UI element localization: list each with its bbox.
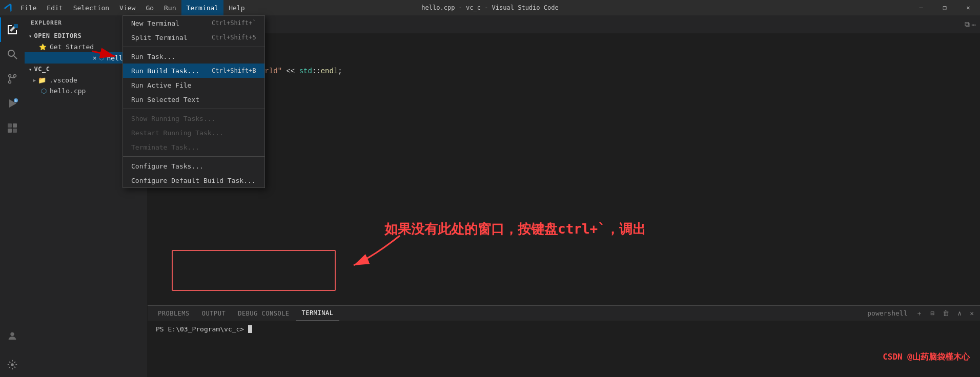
menu-run-task-label: Run Task... (131, 53, 175, 60)
app-icon (0, 0, 15, 15)
menu-show-running-tasks-label: Show Running Tasks... (131, 115, 215, 122)
menu-run[interactable]: Run (159, 0, 181, 15)
minimize-button[interactable]: — (909, 0, 933, 15)
menu-overlay[interactable]: New Terminal Ctrl+Shift+` Split Terminal… (0, 15, 980, 377)
menu-restart-running-task: Restart Running Task... (123, 125, 264, 140)
menu-sep-3 (123, 156, 264, 157)
menu-split-terminal[interactable]: Split Terminal Ctrl+Shift+5 (123, 30, 264, 45)
menu-run-active-file[interactable]: Run Active File (123, 78, 264, 92)
menu-run-build-task[interactable]: Run Build Task... Ctrl+Shift+B (123, 64, 264, 78)
menu-new-terminal-label: New Terminal (131, 19, 179, 27)
menu-run-build-task-label: Run Build Task... (131, 67, 199, 75)
window-title: hello.cpp - vc_c - Visual Studio Code (421, 4, 558, 11)
menu-run-task[interactable]: Run Task... (123, 49, 264, 64)
close-button[interactable]: ✕ (956, 0, 980, 15)
menu-configure-tasks-label: Configure Tasks... (131, 162, 203, 170)
menu-new-terminal-shortcut: Ctrl+Shift+` (212, 19, 256, 27)
menu-run-selected-text[interactable]: Run Selected Text (123, 92, 264, 107)
titlebar: File Edit Selection View Go Run Terminal… (0, 0, 980, 15)
menu-configure-default-build-task-label: Configure Default Build Task... (131, 177, 256, 184)
menu-help[interactable]: Help (223, 0, 250, 15)
menu-selection[interactable]: Selection (68, 0, 114, 15)
menu-split-terminal-shortcut: Ctrl+Shift+5 (212, 34, 256, 41)
menu-bar: File Edit Selection View Go Run Terminal… (15, 0, 250, 15)
menu-split-terminal-label: Split Terminal (131, 34, 188, 41)
restore-button[interactable]: ❒ (933, 0, 956, 15)
menu-configure-default-build-task[interactable]: Configure Default Build Task... (123, 173, 264, 187)
menu-restart-running-task-label: Restart Running Task... (131, 129, 223, 137)
menu-run-active-file-label: Run Active File (131, 81, 191, 89)
menu-terminal[interactable]: Terminal (181, 0, 224, 15)
menu-configure-tasks[interactable]: Configure Tasks... (123, 159, 264, 173)
terminal-dropdown-menu: New Terminal Ctrl+Shift+` Split Terminal… (122, 15, 265, 188)
menu-go[interactable]: Go (140, 0, 159, 15)
menu-terminate-task-label: Terminate Task... (131, 143, 199, 151)
window-controls: — ❒ ✕ (909, 0, 980, 15)
menu-edit[interactable]: Edit (42, 0, 68, 15)
menu-run-selected-text-label: Run Selected Text (131, 96, 199, 103)
menu-run-build-task-shortcut: Ctrl+Shift+B (212, 67, 256, 74)
menu-file[interactable]: File (15, 0, 42, 15)
menu-terminate-task: Terminate Task... (123, 140, 264, 154)
menu-sep-2 (123, 109, 264, 109)
menu-new-terminal[interactable]: New Terminal Ctrl+Shift+` (123, 16, 264, 30)
menu-show-running-tasks: Show Running Tasks... (123, 111, 264, 125)
menu-view[interactable]: View (114, 0, 140, 15)
menu-sep-1 (123, 47, 264, 47)
